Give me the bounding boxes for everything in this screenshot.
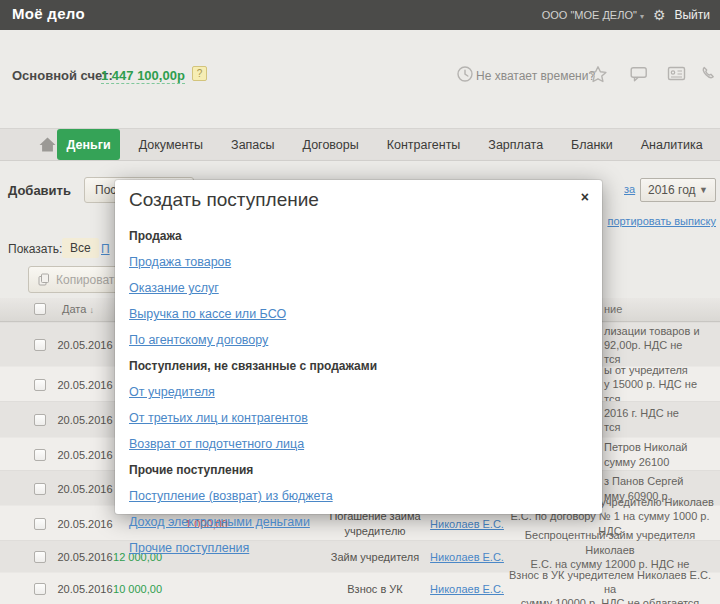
star-icon[interactable] — [588, 65, 608, 84]
copy-icon — [38, 273, 50, 286]
row-checkbox[interactable] — [34, 518, 46, 530]
row-checkbox-cell — [34, 402, 46, 438]
import-statement-link[interactable]: портировать выписку — [607, 215, 716, 227]
copy-button[interactable]: Копировать — [28, 266, 128, 293]
tab-1[interactable]: Деньги — [57, 129, 120, 160]
home-icon[interactable] — [38, 129, 57, 160]
row-checkbox[interactable] — [34, 414, 46, 426]
chevron-down-icon: ▼ — [699, 185, 708, 195]
row-checkbox[interactable] — [34, 583, 46, 595]
chat-icon[interactable] — [628, 65, 649, 83]
account-balance-link[interactable]: 1 447 100,00р — [101, 68, 185, 84]
modal-body: ПродажаПродажа товаровОказание услугВыру… — [129, 220, 588, 567]
row-checkbox-cell — [34, 573, 46, 604]
tab-6[interactable]: Зарплата — [479, 129, 553, 160]
tab-3[interactable]: Запасы — [222, 129, 284, 160]
modal-section-title: Поступления, не связанные с продажами — [129, 359, 588, 373]
show-filter-label: Показать: — [8, 242, 62, 256]
row-date: 20.05.2016 — [54, 402, 116, 438]
row-description: Петров Николайсумму 26100 — [604, 438, 718, 471]
row-date: 20.05.2016 — [54, 438, 116, 471]
tab-8[interactable]: Аналитика — [631, 129, 712, 160]
row-checkbox[interactable] — [34, 379, 46, 391]
row-income-amount: 10 000,00 — [96, 573, 162, 604]
app-logo[interactable]: Моё дело — [12, 5, 85, 22]
sort-desc-icon: ↓ — [89, 305, 94, 315]
table-row: 20.05.201610 000,00Взнос в УКНиколаев Е.… — [0, 572, 720, 604]
row-checkbox-cell — [34, 541, 46, 573]
modal-link[interactable]: Оказание услуг — [129, 281, 219, 295]
column-header-desc-fragment: ние — [604, 303, 622, 315]
close-icon[interactable]: × — [581, 190, 589, 204]
gear-icon[interactable]: ⚙ — [653, 8, 666, 22]
row-date: 20.05.2016 — [54, 323, 116, 367]
modal-link[interactable]: По агентскому договору — [129, 333, 268, 347]
select-all-checkbox[interactable] — [34, 303, 46, 315]
create-receipt-modal: Создать поступление × ПродажаПродажа тов… — [115, 180, 602, 514]
company-selector[interactable]: ООО "МОЕ ДЕЛО"▾ — [542, 9, 644, 21]
row-operation-type: Взнос в УК — [308, 573, 442, 604]
row-description: 2016 г. НДС нется — [604, 402, 718, 438]
tab-7[interactable]: Бланки — [562, 129, 623, 160]
year-select[interactable]: 2016 год ▼ — [640, 178, 716, 202]
modal-link[interactable]: Возврат от подотчетного лица — [129, 437, 304, 451]
row-counterparty-cell: Николаев Е.С. — [436, 573, 498, 604]
row-date: 20.05.2016 — [54, 471, 116, 506]
phone-icon[interactable] — [700, 65, 718, 83]
filter-link-fragment[interactable]: П — [101, 242, 110, 256]
tab-4[interactable]: Договоры — [293, 129, 368, 160]
add-label: Добавить — [8, 183, 71, 198]
counterparty-link[interactable]: Николаев Е.С. — [430, 583, 504, 595]
modal-section-title: Прочие поступления — [129, 463, 588, 477]
column-header-date[interactable]: Дата ↓ — [62, 303, 94, 315]
contact-card-icon[interactable] — [666, 65, 687, 82]
row-description: лизации товаров и92,00р. НДС нется — [604, 323, 718, 367]
modal-link[interactable]: От третьих лиц и контрагентов — [129, 411, 308, 425]
row-checkbox[interactable] — [34, 449, 46, 461]
tab-5[interactable]: Контрагенты — [377, 129, 470, 160]
row-checkbox[interactable] — [34, 339, 46, 351]
clock-icon — [456, 65, 474, 83]
row-checkbox[interactable] — [34, 551, 46, 563]
modal-link[interactable]: От учредителя — [129, 385, 215, 399]
help-badge[interactable]: ? — [192, 66, 207, 81]
row-date: 20.05.2016 — [54, 367, 116, 402]
modal-link[interactable]: Выручка по кассе или БСО — [129, 307, 286, 321]
modal-link[interactable]: Поступление (возврат) из бюджета — [129, 489, 333, 503]
filter-all-chip[interactable]: Все — [62, 238, 99, 258]
row-checkbox-cell — [34, 438, 46, 471]
row-checkbox[interactable] — [34, 483, 46, 495]
modal-link[interactable]: Продажа товаров — [129, 255, 231, 269]
chevron-down-icon: ▾ — [640, 12, 644, 21]
row-checkbox-cell — [34, 367, 46, 402]
modal-title: Создать поступление — [129, 189, 319, 211]
logout-button[interactable]: Выйти — [674, 8, 710, 22]
modal-link[interactable]: Прочие поступления — [129, 541, 249, 555]
modal-link[interactable]: Доход электронными деньгами — [129, 515, 310, 529]
row-description: ы от учредителяу 15000 р. НДС нется — [604, 367, 718, 402]
promo-text: Не хватает времени? — [476, 69, 595, 83]
main-nav: ДеньгиДокументыЗапасыДоговорыКонтрагенты… — [0, 128, 720, 161]
topbar: Моё дело ООО "МОЕ ДЕЛО"▾ ⚙ Выйти — [0, 0, 720, 30]
account-label: Основной счет: — [12, 68, 113, 83]
row-checkbox-cell — [34, 506, 46, 541]
row-checkbox-cell — [34, 471, 46, 506]
period-link[interactable]: за — [624, 183, 635, 195]
row-description: Взнос в УК учредителем Николаев Е.С. нас… — [502, 573, 718, 604]
modal-section-title: Продажа — [129, 229, 588, 243]
tab-2[interactable]: Документы — [129, 129, 212, 160]
app-root: Моё дело ООО "МОЕ ДЕЛО"▾ ⚙ Выйти Основно… — [0, 0, 720, 604]
row-date: 20.05.2016 — [54, 506, 116, 541]
balance-row: Основной счет: 1 447 100,00р ? Не хватае… — [0, 62, 720, 90]
row-checkbox-cell — [34, 323, 46, 367]
